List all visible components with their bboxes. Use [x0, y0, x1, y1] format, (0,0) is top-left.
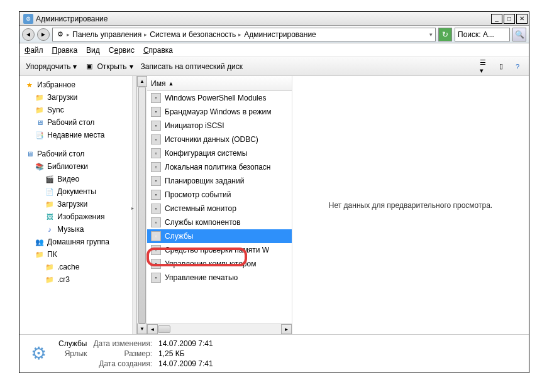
scroll-left-icon[interactable]: ◄ [147, 324, 158, 334]
shortcut-icon: ▫ [151, 259, 161, 269]
created-value: 14.07.2009 7:41 [158, 359, 213, 368]
shortcut-icon: ▫ [151, 176, 161, 186]
titlebar[interactable]: ⚙ Администрирование _ □ ✕ [19, 12, 529, 26]
item-label: Конфигурация системы [165, 149, 247, 158]
list-item[interactable]: ▫Системный монитор [147, 202, 292, 215]
sidebar-cr3[interactable]: 📁.cr3 [19, 273, 132, 286]
video-icon: 🎬 [45, 174, 55, 184]
star-icon: ★ [25, 80, 35, 90]
list-item[interactable]: ▫Просмотр событий [147, 188, 292, 202]
list-item[interactable]: ▫Локальная политика безопасн [147, 160, 292, 174]
scroll-right-icon[interactable]: ► [281, 324, 292, 334]
libraries-icon: 📚 [35, 161, 45, 172]
list-item[interactable]: ▫Источники данных (ODBC) [147, 133, 292, 146]
sidebar-music[interactable]: ♪Музыка [19, 223, 132, 236]
sidebar-libraries[interactable]: 📚Библиотеки [19, 160, 132, 173]
search-input[interactable]: Поиск: А... [455, 28, 510, 41]
address-bar: ◄ ► ⚙ ▸ Панель управления ▸ Система и бе… [19, 26, 529, 43]
close-button[interactable]: ✕ [516, 14, 528, 24]
list-item[interactable]: ▫Брандмауэр Windows в режим [147, 105, 292, 119]
menu-tools[interactable]: Сервис [109, 46, 135, 55]
forward-button[interactable]: ► [37, 28, 50, 41]
sidebar-pc[interactable]: 📁ПК [19, 248, 132, 261]
burn-button[interactable]: Записать на оптический диск [141, 62, 243, 71]
help-icon[interactable]: ? [512, 62, 523, 72]
list-item[interactable]: ▫Инициатор iSCSI [147, 119, 292, 133]
breadcrumb-item[interactable]: Панель управления [71, 30, 143, 39]
shortcut-icon: ▫ [151, 273, 161, 283]
folder-icon: 📁 [35, 249, 45, 259]
list-item[interactable]: ▫Управление компьютером [147, 257, 292, 271]
list-item[interactable]: ▫Средство проверки памяти W [147, 243, 292, 257]
scroll-thumb[interactable] [138, 87, 146, 324]
sidebar-desktop-root[interactable]: 🖥Рабочий стол [19, 148, 132, 160]
sidebar-pictures[interactable]: 🖼Изображения [19, 210, 132, 223]
explorer-window: ⚙ Администрирование _ □ ✕ ◄ ► ⚙ ▸ Панель… [19, 11, 529, 373]
sidebar-sync[interactable]: 📁Sync [19, 104, 132, 116]
app-icon: ⚙ [23, 14, 33, 24]
shortcut-icon: ▫ [151, 204, 161, 214]
shortcut-icon: ▫ [151, 107, 161, 117]
sidebar-homegroup[interactable]: 👥Домашняя группа [19, 236, 132, 248]
minimize-button[interactable]: _ [491, 14, 502, 24]
sidebar-cache[interactable]: 📁.cache [19, 261, 132, 273]
scroll-down-icon[interactable]: ▼ [137, 324, 147, 334]
views-icon[interactable]: ☰ ▾ [480, 62, 490, 72]
menu-view[interactable]: Вид [86, 46, 100, 55]
sidebar-documents[interactable]: 📄Документы [19, 185, 132, 198]
item-label: Управление печатью [165, 273, 238, 282]
back-button[interactable]: ◄ [22, 28, 35, 41]
sidebar-favorites[interactable]: ★Избранное [19, 79, 132, 91]
menu-help[interactable]: Справка [143, 46, 173, 55]
breadcrumb-item[interactable]: Система и безопасность [148, 30, 237, 39]
list-item[interactable]: ▫Службы компонентов [147, 215, 292, 229]
item-label: Службы компонентов [165, 218, 241, 227]
horizontal-scrollbar[interactable]: ◄ ► [147, 324, 292, 334]
column-header-name[interactable]: Имя ▲ [147, 76, 292, 91]
item-label: Инициатор iSCSI [165, 121, 224, 130]
refresh-button[interactable]: ↻ [438, 28, 452, 41]
list-item[interactable]: ▫Управление печатью [147, 271, 292, 285]
maximize-button[interactable]: □ [504, 14, 515, 24]
scroll-up-icon[interactable]: ▲ [137, 76, 147, 87]
item-label: Службы [165, 232, 193, 241]
item-label: Планировщик заданий [165, 177, 244, 185]
sidebar-recent[interactable]: 📑Недавние места [19, 129, 132, 141]
recent-icon: 📑 [35, 130, 45, 140]
sidebar-scrollbar[interactable]: ▲ ▼ [136, 76, 147, 334]
menubar: Файл Правка Вид Сервис Справка [19, 43, 529, 57]
desktop-icon: 🖥 [25, 149, 35, 159]
shortcut-icon: ▫ [151, 148, 161, 158]
toolbar: Упорядочить ▾ ▣Открыть ▾ Записать на опт… [19, 57, 529, 76]
homegroup-icon: 👥 [35, 237, 45, 247]
item-label: Брандмауэр Windows в режим [165, 107, 272, 116]
control-panel-icon: ⚙ [55, 30, 65, 40]
preview-pane-icon[interactable]: ▯ [496, 62, 506, 72]
item-label: Windows PowerShell Modules [165, 94, 266, 102]
folder-icon: 📁 [35, 92, 45, 102]
item-label: Локальная политика безопасн [165, 163, 270, 172]
type-label: Ярлык [58, 349, 87, 358]
shortcut-icon: ▫ [151, 93, 161, 103]
organize-button[interactable]: Упорядочить ▾ [26, 62, 77, 71]
menu-edit[interactable]: Правка [52, 46, 78, 55]
modified-value: 14.07.2009 7:41 [158, 339, 213, 348]
shortcut-icon: ▫ [151, 231, 161, 241]
menu-file[interactable]: Файл [25, 46, 43, 55]
breadcrumb-item[interactable]: Администрирование [243, 30, 317, 39]
list-item[interactable]: ▫Windows PowerShell Modules [147, 91, 292, 105]
list-item[interactable]: ▫Планировщик заданий [147, 174, 292, 188]
hscroll-thumb[interactable] [158, 325, 170, 333]
open-button[interactable]: ▣Открыть ▾ [84, 62, 133, 72]
shortcut-icon: ▫ [151, 245, 161, 255]
search-button[interactable]: 🔍 [512, 28, 526, 41]
item-label: Источники данных (ODBC) [165, 135, 258, 144]
breadcrumb[interactable]: ⚙ ▸ Панель управления ▸ Система и безопа… [52, 28, 436, 41]
folder-icon: 📁 [45, 262, 55, 272]
sidebar-videos[interactable]: 🎬Видео [19, 173, 132, 185]
sidebar-desktop[interactable]: 🖥Рабочий стол [19, 116, 132, 129]
list-item[interactable]: ▫Службы [147, 229, 292, 243]
sidebar-downloads2[interactable]: 📁Загрузки [19, 198, 132, 210]
sidebar-downloads[interactable]: 📁Загрузки [19, 91, 132, 104]
list-item[interactable]: ▫Конфигурация системы [147, 146, 292, 160]
